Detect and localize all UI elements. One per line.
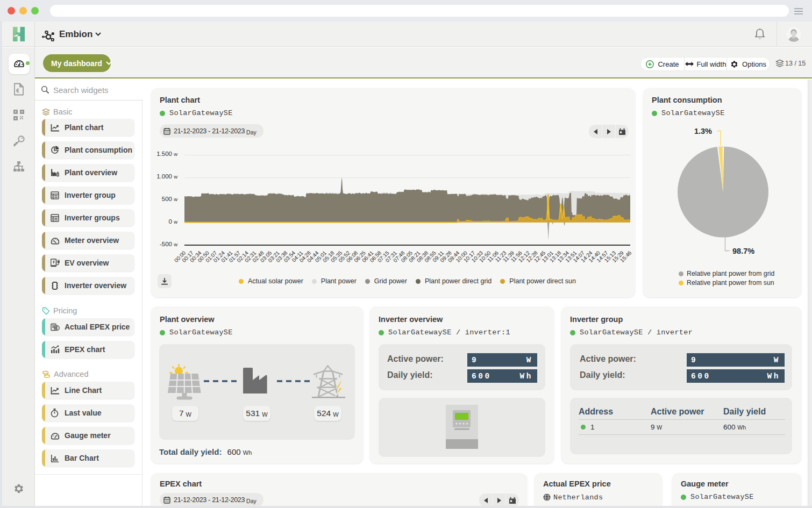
svg-text:98.7%: 98.7% [732, 247, 754, 255]
svg-text:1.3%: 1.3% [694, 127, 712, 135]
